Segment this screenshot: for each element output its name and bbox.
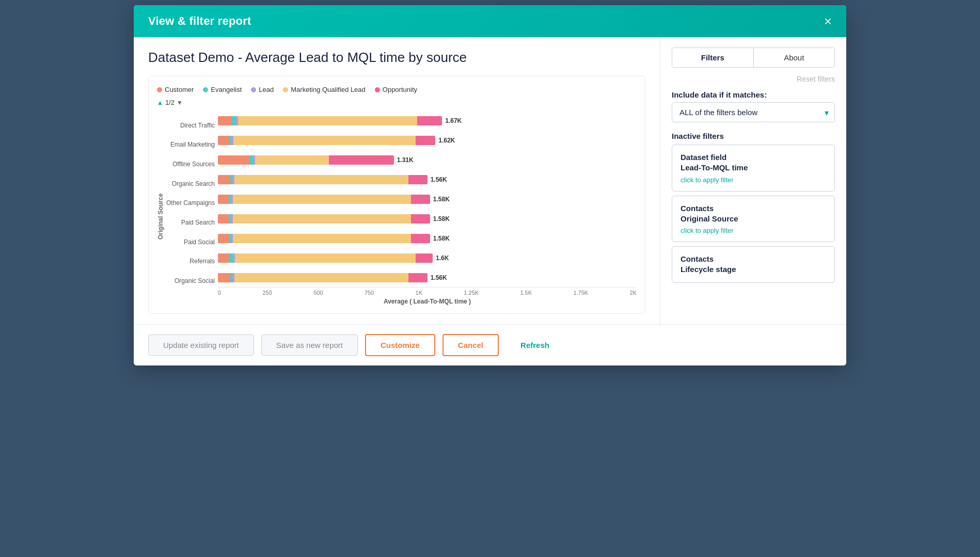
bar-segment-4-0 bbox=[218, 195, 229, 204]
y-axis-title: Original Source bbox=[157, 114, 164, 305]
legend-item-3: Marketing Qualified Lead bbox=[283, 86, 366, 93]
bar-value-0: 1.67K bbox=[445, 117, 462, 124]
bar-value-7: 1.6K bbox=[436, 254, 449, 262]
bar-segment-5-3 bbox=[233, 214, 411, 224]
bar-segment-3-0 bbox=[218, 175, 230, 184]
filter-card-2-line2: Lifecycle stage bbox=[681, 265, 736, 274]
legend-dot-3 bbox=[283, 87, 288, 92]
legend-item-1: Evangelist bbox=[203, 86, 242, 93]
x-label-4: 1K bbox=[416, 290, 422, 296]
report-title: Dataset Demo - Average Lead to MQL time … bbox=[148, 50, 645, 66]
bar-value-1: 1.62K bbox=[438, 137, 455, 144]
refresh-button[interactable]: Refresh bbox=[506, 335, 564, 355]
filter-card-2-title: Contacts Lifecycle stage bbox=[681, 254, 826, 275]
legend-label-4: Opportunity bbox=[383, 86, 417, 93]
filter-card-1-line1: Contacts bbox=[681, 204, 714, 213]
legend-item-2: Lead bbox=[251, 86, 274, 93]
filter-card-1-line2: Original Source bbox=[681, 214, 738, 223]
filter-match-section: Include data if it matches: ALL of the f… bbox=[672, 90, 835, 122]
filter-card-0-link[interactable]: click to apply filter bbox=[681, 176, 826, 184]
bar-segment-5-0 bbox=[218, 214, 229, 224]
cancel-button[interactable]: Cancel bbox=[442, 334, 499, 356]
x-label-7: 1.75K bbox=[573, 290, 588, 296]
reset-filters-link[interactable]: Reset filters bbox=[672, 75, 835, 83]
bar-segment-2-3 bbox=[255, 155, 329, 165]
legend-next-icon[interactable]: ▼ bbox=[177, 99, 183, 106]
filter-card-0-title: Dataset field Lead-To-MQL time bbox=[681, 152, 826, 173]
chart-panel: Dataset Demo - Average Lead to MQL time … bbox=[134, 37, 660, 324]
x-axis-title: Average ( Lead-To-MQL time ) bbox=[218, 298, 637, 305]
filter-card-1-link[interactable]: click to apply filter bbox=[681, 227, 826, 234]
bar-segment-6-0 bbox=[218, 234, 229, 243]
bar-value-3: 1.56K bbox=[431, 176, 447, 183]
table-row: 1.58K bbox=[218, 231, 637, 246]
chart-legend: CustomerEvangelistLeadMarketing Qualifie… bbox=[157, 86, 637, 93]
y-label-6: Paid Social bbox=[166, 235, 215, 249]
bar-segment-1-4 bbox=[416, 136, 435, 145]
modal-header: View & filter report × bbox=[134, 5, 846, 37]
tab-about[interactable]: About bbox=[754, 48, 835, 67]
x-axis: 02505007501K1.25K1.5K1.75K2K bbox=[218, 287, 637, 296]
legend-item-4: Opportunity bbox=[375, 86, 417, 93]
bar-chart-inner: Original Source Direct TrafficEmail Mark… bbox=[157, 114, 637, 305]
x-label-0: 0 bbox=[218, 290, 221, 296]
filter-card-1: Contacts Original Source click to apply … bbox=[672, 196, 835, 243]
bar-segment-4-4 bbox=[411, 195, 430, 204]
x-label-2: 500 bbox=[313, 290, 323, 296]
tabs-row: Filters About bbox=[672, 47, 835, 68]
bar-stack-6 bbox=[218, 234, 430, 243]
bar-segment-4-3 bbox=[233, 195, 411, 204]
filter-card-2: Contacts Lifecycle stage bbox=[672, 246, 835, 283]
bar-segment-2-0 bbox=[218, 155, 249, 165]
bar-segment-5-4 bbox=[411, 214, 430, 224]
y-label-1: Email Marketing bbox=[166, 137, 215, 152]
bar-segment-0-3 bbox=[238, 116, 417, 125]
table-row: 1.56K bbox=[218, 172, 637, 187]
legend-page: 1/2 bbox=[165, 99, 175, 106]
bar-value-2: 1.31K bbox=[397, 156, 414, 164]
filter-card-1-title: Contacts Original Source bbox=[681, 203, 826, 225]
bar-stack-5 bbox=[218, 214, 430, 224]
bar-segment-3-4 bbox=[408, 175, 428, 184]
bar-value-5: 1.58K bbox=[433, 215, 450, 222]
y-axis-labels: Direct TrafficEmail MarketingOffline Sou… bbox=[166, 114, 218, 305]
filter-card-0-line1: Dataset field bbox=[681, 153, 726, 162]
bar-segment-1-3 bbox=[233, 136, 416, 145]
x-label-3: 750 bbox=[365, 290, 374, 296]
table-row: 1.58K bbox=[218, 212, 637, 226]
legend-dot-0 bbox=[157, 87, 162, 92]
legend-dot-1 bbox=[203, 87, 208, 92]
x-label-8: 2K bbox=[629, 290, 636, 296]
bar-segment-0-1 bbox=[231, 116, 236, 125]
x-label-6: 1.5K bbox=[520, 290, 532, 296]
bar-segment-0-0 bbox=[218, 116, 231, 125]
save-report-button[interactable]: Save as new report bbox=[261, 335, 358, 356]
legend-label-3: Marketing Qualified Lead bbox=[291, 86, 366, 93]
bar-segment-3-3 bbox=[234, 175, 408, 184]
bar-segment-7-1 bbox=[229, 253, 233, 263]
legend-label-0: Customer bbox=[165, 86, 194, 93]
table-row: 1.56K bbox=[218, 270, 637, 285]
table-row: 1.31K bbox=[218, 153, 637, 167]
customize-button[interactable]: Customize bbox=[365, 334, 435, 356]
bars-rows: 1.67K1.62K1.31K1.56K1.58K1.58K1.58K1.6K1… bbox=[218, 114, 637, 285]
update-report-button[interactable]: Update existing report bbox=[148, 335, 254, 356]
legend-dot-4 bbox=[375, 87, 380, 92]
bar-stack-3 bbox=[218, 175, 428, 184]
tab-filters[interactable]: Filters bbox=[672, 48, 754, 67]
filter-dropdown-wrap: ALL of the filters below ANY of the filt… bbox=[672, 102, 835, 122]
bar-chart: Original Source Direct TrafficEmail Mark… bbox=[157, 114, 637, 305]
filter-card-2-line1: Contacts bbox=[681, 254, 714, 263]
bar-segment-7-4 bbox=[416, 253, 433, 263]
bar-stack-2 bbox=[218, 155, 394, 165]
modal-title: View & filter report bbox=[148, 14, 251, 28]
modal-body: Dataset Demo - Average Lead to MQL time … bbox=[134, 37, 846, 324]
legend-prev-icon[interactable]: ▲ bbox=[157, 99, 163, 106]
bar-segment-6-3 bbox=[233, 234, 411, 243]
inactive-filters-section: Inactive filters Dataset field Lead-To-M… bbox=[672, 130, 835, 283]
filter-match-select[interactable]: ALL of the filters below ANY of the filt… bbox=[672, 102, 835, 122]
x-label-1: 250 bbox=[263, 290, 272, 296]
close-button[interactable]: × bbox=[824, 14, 832, 28]
bar-value-4: 1.58K bbox=[433, 196, 450, 203]
bar-segment-8-4 bbox=[408, 273, 428, 282]
